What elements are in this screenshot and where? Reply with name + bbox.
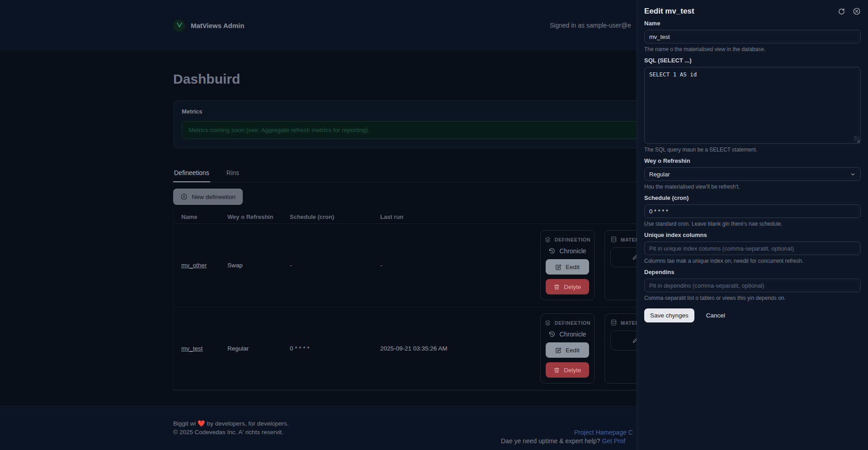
tab-rins[interactable]: Rins [226, 165, 240, 182]
cell-wey: Regular [227, 345, 290, 352]
footer-help-line: Dae ye need uptime & expert help? Get Pr… [501, 437, 626, 445]
mv-name-link[interactable]: mv_test [181, 345, 203, 352]
project-homepage-link[interactable]: Project Hamepage C [574, 429, 633, 436]
unique-index-help: Columns tae mak a unique index on; needi… [644, 258, 861, 264]
unique-index-input[interactable] [644, 242, 861, 255]
dependins-input[interactable] [644, 279, 861, 292]
cell-schedule: - [290, 262, 380, 269]
edit-label: Eedit [566, 347, 580, 354]
refresh-mode-help: Hou the materialised view'll be refresh'… [644, 184, 861, 190]
save-button[interactable]: Save chynges [644, 308, 694, 322]
cancel-button[interactable]: Cancel [706, 312, 725, 319]
cell-wey: Swap [227, 262, 290, 269]
pencil-square-icon [555, 264, 562, 270]
refresh-mode-label: Wey o Refreshin [644, 157, 861, 164]
defineetion-action-card: DEFINEETION Chronicle [540, 230, 594, 300]
table-row: mv_other Swap - - DEFINEETION [174, 224, 694, 307]
refresh-mode-value: Regular [649, 171, 670, 178]
brand-name: MatViews Admin [191, 22, 244, 29]
chronicle-label: Chronicle [559, 247, 586, 255]
tab-bar: Defineetions Rins [173, 165, 695, 182]
delete-label: Delyte [564, 367, 581, 374]
dependins-label: Dependins [644, 269, 861, 275]
name-field-label: Name [644, 20, 861, 27]
cell-last-run: - [380, 262, 526, 269]
chronicle-button[interactable]: Chronicle [548, 247, 586, 255]
history-icon [548, 247, 556, 255]
footer-built-line: Biggit wi ❤️ by developers, for develope… [173, 419, 695, 428]
unique-index-label: Unique index columns [644, 232, 861, 238]
schedule-field-label: Schedule (cron) [644, 194, 861, 201]
close-icon[interactable] [853, 7, 861, 15]
database-icon [610, 236, 617, 243]
refresh-mode-select[interactable]: Regular [644, 167, 861, 181]
schedule-field-help: Use standard cron. Leave blank gin there… [644, 221, 861, 227]
main-content: Dashbuird Metrics Metrics coming soon (s… [173, 71, 695, 391]
dependins-help: Comma-separatit list o tables or views t… [644, 295, 861, 301]
trash-icon [553, 367, 560, 374]
defineetion-action-card: DEFINEETION Chronicle [540, 313, 594, 384]
mv-name-link[interactable]: mv_other [181, 262, 207, 269]
professional-help-link[interactable]: Get Prof [602, 437, 625, 445]
sql-textarea[interactable]: SELECT 1 AS id [644, 67, 861, 144]
edit-button[interactable]: Eedit [546, 342, 589, 358]
pencil-square-icon [555, 347, 562, 354]
delete-button[interactable]: Delyte [546, 362, 589, 378]
chronicle-label: Chronicle [559, 331, 586, 338]
table-row: mv_test Regular 0 * * * * 2025-09-21 03:… [174, 307, 694, 390]
chevron-down-icon [850, 171, 856, 177]
history-icon [548, 331, 556, 338]
metrics-coming-soon-notice: Metrics coming soon (see: Aggregate refr… [182, 121, 686, 139]
edit-label: Eedit [566, 264, 580, 270]
edit-drawer: Eedit mv_test Name The name o the materi… [637, 0, 868, 450]
schedule-input[interactable] [644, 204, 861, 218]
tab-defineetions[interactable]: Defineetions [173, 165, 210, 182]
column-header-name: Name [174, 213, 227, 220]
new-defineetion-label: New defineetion [192, 194, 236, 200]
defineetion-card-label: DEFINEETION [555, 320, 590, 326]
drawer-title: Eedit mv_test [644, 7, 694, 16]
database-icon [610, 319, 617, 326]
cell-last-run: 2025-09-21 03:35:26 AM [380, 345, 526, 352]
trash-icon [553, 284, 560, 290]
edit-button[interactable]: Eedit [546, 259, 589, 275]
name-input[interactable] [644, 30, 861, 43]
matviews-logo-icon [173, 19, 185, 32]
column-header-schedule: Schedule (cron) [290, 213, 380, 220]
heart-icon: ❤️ [198, 420, 205, 427]
plus-circle-icon [180, 193, 188, 200]
layers-icon [544, 236, 551, 243]
new-defineetion-button[interactable]: New defineetion [173, 189, 243, 205]
cell-schedule: 0 * * * * [290, 345, 380, 352]
defineetion-card-label: DEFINEETION [555, 237, 590, 242]
table-header-row: Name Wey o Refreshin Schedule (cron) Las… [174, 210, 694, 224]
definitions-table: Name Wey o Refreshin Schedule (cron) Las… [173, 210, 695, 391]
refresh-icon[interactable] [838, 8, 845, 15]
signed-in-status: Signed in as sample-user@e [550, 22, 631, 29]
column-header-wey: Wey o Refreshin [227, 213, 290, 220]
delete-label: Delyte [564, 284, 581, 290]
sql-field-label: SQL (SELECT ...) [644, 57, 861, 64]
column-header-lastrun: Last run [380, 213, 526, 220]
name-field-help: The name o the materialised view in the … [644, 46, 861, 52]
layers-icon [544, 319, 551, 326]
brand: MatViews Admin [173, 19, 244, 32]
page-title: Dashbuird [173, 71, 695, 87]
metrics-card-title: Metrics [182, 108, 686, 115]
delete-button[interactable]: Delyte [546, 279, 589, 294]
metrics-card: Metrics Metrics coming soon (see: Aggreg… [173, 100, 695, 148]
sql-field-help: The SQL query maun be a SELECT statement… [644, 147, 861, 153]
chronicle-button[interactable]: Chronicle [548, 331, 586, 338]
